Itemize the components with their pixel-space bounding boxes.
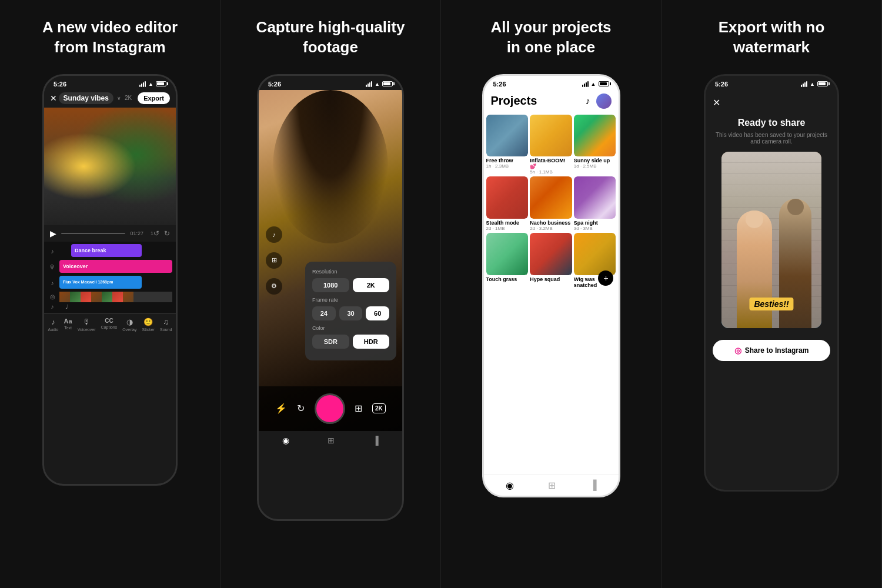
- project-name[interactable]: Sunday vibes: [59, 92, 113, 104]
- record-button[interactable]: [315, 393, 345, 424]
- adjust-cam-icon[interactable]: ⚙: [266, 278, 282, 295]
- camera-preview: ♪ ⊞ ⚙ Resolution 1080 2K Frame rate 24 3…: [259, 90, 402, 431]
- redo-button[interactable]: ↻: [164, 229, 170, 238]
- battery-icon-2: [382, 81, 393, 86]
- sticker-icon: 🙂: [143, 318, 153, 326]
- bottom-toolbar: ♪ Audio Aa Text 🎙 Voiceover CC Captions …: [44, 313, 176, 334]
- nav-grid[interactable]: ⊞: [548, 480, 556, 491]
- res-2k[interactable]: 2K: [353, 278, 390, 292]
- text-icon: Aa: [64, 318, 72, 325]
- cam-tab-stats[interactable]: ▐: [373, 436, 379, 445]
- tool-sticker[interactable]: 🙂 Sticker: [142, 318, 155, 332]
- panel-projects: All your projects in one place 5:26 ▲ Pr…: [441, 0, 662, 588]
- track-video-thumbnails[interactable]: [59, 292, 172, 302]
- ready-subtitle: This video has been saved to your projec…: [716, 132, 827, 145]
- track-music[interactable]: Flux Vox Maxwell 1268pm: [59, 276, 142, 289]
- resolution-label: Resolution: [312, 269, 389, 275]
- panel-title-export: Export with no watermark: [719, 18, 825, 58]
- music-track-icon: ♪: [48, 280, 57, 286]
- nav-stats[interactable]: ▐: [590, 480, 596, 491]
- play-button[interactable]: ▶: [50, 229, 56, 238]
- tool-text[interactable]: Aa Text: [64, 318, 72, 332]
- panel-editor: A new video editor from Instagram 5:26 ▲…: [0, 0, 220, 588]
- color-options: SDR HDR: [312, 335, 389, 349]
- phone-projects: 5:26 ▲ Projects ♪: [482, 74, 620, 497]
- share-label: Share to Instagram: [745, 346, 809, 355]
- color-hdr[interactable]: HDR: [353, 335, 390, 349]
- cam-tab-record[interactable]: ◉: [282, 436, 289, 445]
- project-name-5: Spa night: [574, 220, 616, 226]
- crop-cam-icon[interactable]: ⊞: [266, 252, 282, 269]
- panel-title-editor: A new video editor from Instagram: [42, 18, 178, 58]
- status-bar-editor: 5:26 ▲: [44, 76, 176, 90]
- audio-icon: ♪: [51, 318, 55, 326]
- project-item-3[interactable]: Stealth mode 2d · 1MB: [486, 176, 529, 231]
- track-voiceover[interactable]: Voiceover: [59, 260, 172, 273]
- project-item-1[interactable]: Inflata-BOOM! 💕 5h · 1.1MB: [530, 115, 572, 175]
- cam-tab-grid[interactable]: ⊞: [328, 436, 335, 445]
- fps-30[interactable]: 30: [339, 306, 363, 320]
- audio-track-icon: ♪: [48, 248, 57, 255]
- track-row-4: ◎: [48, 292, 172, 302]
- wifi-icon-3: ▲: [591, 81, 596, 87]
- flip-icon[interactable]: ↻: [297, 403, 305, 414]
- overlay-icon: ◑: [126, 318, 133, 326]
- status-icons-export: ▲: [801, 81, 828, 87]
- project-item-2[interactable]: Sunny side up 1d · 2.5MB: [574, 115, 616, 175]
- video-track-icon: ◎: [48, 293, 57, 300]
- panel-title-camera: Capture high-quality footage: [256, 18, 405, 58]
- color-sdr[interactable]: SDR: [312, 335, 349, 349]
- track-row-2: 🎙 Voiceover: [48, 260, 172, 275]
- project-meta-2: 1d · 2.5MB: [574, 163, 616, 169]
- project-name-3: Stealth mode: [486, 220, 529, 226]
- close-button[interactable]: ✕: [50, 93, 57, 103]
- video-preview-content: [44, 108, 176, 225]
- voiceover-track-icon: 🎙: [48, 264, 57, 270]
- share-instagram-button[interactable]: ◎ Share to Instagram: [713, 340, 830, 361]
- flash-icon[interactable]: ⚡: [275, 403, 287, 414]
- nav-home[interactable]: ◉: [506, 480, 514, 491]
- project-item-7[interactable]: Hype squad: [530, 233, 572, 288]
- project-meta-1: 5h · 1.1MB: [530, 169, 572, 175]
- camera-bottom-controls: ⚡ ↻ ⊞ 2K: [259, 386, 402, 431]
- project-name-2: Sunny side up: [574, 158, 616, 163]
- tool-voiceover[interactable]: 🎙 Voiceover: [78, 318, 96, 332]
- project-meta-0: 1h · 2.3MB: [486, 163, 529, 169]
- close-export-button[interactable]: ✕: [713, 97, 720, 108]
- project-item-4[interactable]: Nacho business 2d · 3.2MB: [530, 176, 572, 231]
- status-bar-projects: 5:26 ▲: [484, 76, 619, 90]
- music-cam-icon[interactable]: ♪: [266, 226, 282, 243]
- project-item-0[interactable]: Free throw 1h · 2.3MB: [486, 115, 529, 175]
- tool-captions[interactable]: CC Captions: [101, 318, 118, 332]
- tool-sound[interactable]: ♫ Sound: [160, 318, 172, 332]
- add-project-button[interactable]: +: [598, 270, 613, 286]
- tool-overlay[interactable]: ◑ Overlay: [122, 318, 136, 332]
- undo-redo: ↺ ↻: [153, 229, 170, 238]
- video-preview: [44, 108, 176, 225]
- status-icons-editor: ▲: [139, 81, 166, 87]
- project-item-5[interactable]: Spa night 3d · 3MB: [574, 176, 616, 231]
- user-avatar[interactable]: [596, 93, 612, 109]
- export-button[interactable]: Export: [138, 92, 170, 104]
- signal-icon-3: [582, 81, 589, 87]
- panel-title-projects: All your projects in one place: [490, 18, 611, 58]
- fps-60[interactable]: 60: [366, 306, 389, 320]
- track-dance-break[interactable]: Dance break: [71, 244, 142, 257]
- wifi-icon-2: ▲: [375, 81, 380, 87]
- status-icons-projects: ▲: [582, 81, 609, 87]
- fx2-track-icon: ♩: [62, 303, 71, 310]
- resolution-options: 1080 2K: [312, 278, 389, 292]
- project-item-8[interactable]: Wig was snatched +: [574, 233, 616, 288]
- project-item-6[interactable]: Touch grass: [486, 233, 529, 288]
- project-name-0: Free throw: [486, 158, 529, 163]
- figure-left: [737, 211, 772, 328]
- gallery-icon[interactable]: ⊞: [355, 403, 362, 414]
- sort-icon[interactable]: ♪: [586, 96, 590, 106]
- tool-audio[interactable]: ♪ Audio: [48, 318, 59, 332]
- signal-icon-2: [366, 81, 372, 87]
- time-editor: 5:26: [54, 81, 66, 88]
- fps-24[interactable]: 24: [312, 306, 336, 320]
- undo-button[interactable]: ↺: [153, 229, 159, 238]
- camera-side-icons: ♪ ⊞ ⚙: [266, 226, 282, 295]
- res-1080[interactable]: 1080: [312, 278, 349, 292]
